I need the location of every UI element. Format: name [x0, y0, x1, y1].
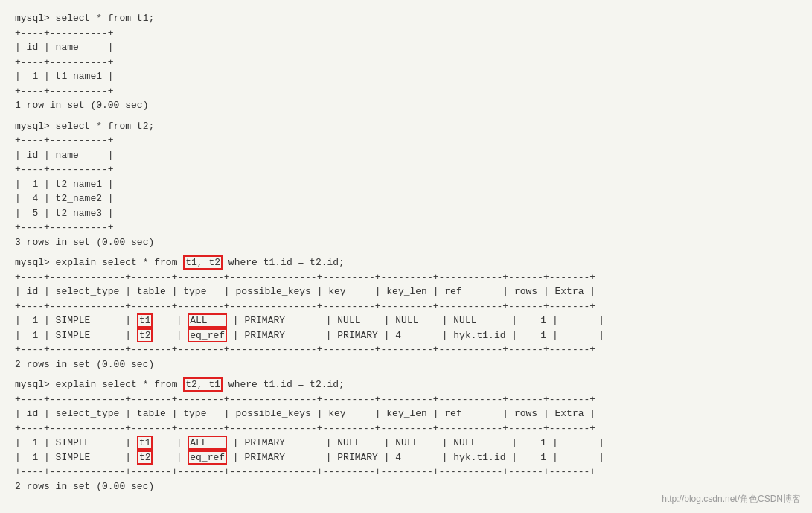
block3-footer: 2 rows in set (0.00 sec): [15, 357, 797, 372]
block2-output: +----+----------+ | id | name | +----+--…: [15, 133, 797, 249]
block3-table-highlight: t1, t2: [183, 255, 223, 270]
block3-command-suffix: where t1.id = t2.id;: [223, 257, 345, 268]
block3-separator1: +----+-------------+-------+--------+---…: [15, 270, 797, 285]
block3-row2: | 1 | SIMPLE | t2 | eq_ref | PRIMARY | P…: [15, 328, 797, 343]
block2: mysql> select * from t2; +----+---------…: [15, 119, 797, 250]
block4-header: | id | select_type | table | type | poss…: [15, 407, 797, 421]
block1-command: mysql> select * from t1;: [15, 11, 797, 26]
block4-row2-type: eq_ref: [188, 450, 227, 465]
block3-command-prefix: mysql> explain select * from: [15, 257, 183, 268]
block1-output: +----+----------+ | id | name | +----+--…: [15, 26, 797, 113]
block4-row2-table: t2: [137, 450, 153, 465]
block4-command: mysql> explain select * from t2, t1 wher…: [15, 377, 797, 392]
block3-separator3: +----+-------------+-------+--------+---…: [15, 342, 797, 357]
watermark: http://blog.csdn.net/角色CSDN博客: [662, 493, 801, 506]
block4-table-highlight: t2, t1: [183, 377, 223, 392]
block3-command: mysql> explain select * from t1, t2 wher…: [15, 255, 797, 270]
block3: mysql> explain select * from t1, t2 wher…: [15, 255, 797, 372]
block4-row1-table: t1: [137, 436, 153, 450]
block3-header: | id | select_type | table | type | poss…: [15, 284, 797, 299]
block4-footer: 2 rows in set (0.00 sec): [15, 479, 797, 494]
terminal: mysql> select * from t1; +----+---------…: [11, 7, 801, 503]
block4-separator1: +----+-------------+-------+--------+---…: [15, 392, 797, 407]
block3-row1: | 1 | SIMPLE | t1 | ALL | PRIMARY | NULL…: [15, 313, 797, 328]
block3-row1-table: t1: [137, 313, 153, 328]
block2-command: mysql> select * from t2;: [15, 119, 797, 134]
block4-command-suffix: where t1.id = t2.id;: [223, 379, 345, 390]
block3-separator2: +----+-------------+-------+--------+---…: [15, 299, 797, 314]
block1: mysql> select * from t1; +----+---------…: [15, 11, 797, 113]
block4-row1: | 1 | SIMPLE | t1 | ALL | PRIMARY | NULL…: [15, 436, 797, 450]
block4-separator3: +----+-------------+-------+--------+---…: [15, 465, 797, 479]
block4-command-prefix: mysql> explain select * from: [15, 379, 183, 390]
block4-row1-type: ALL: [188, 436, 227, 450]
block4: mysql> explain select * from t2, t1 wher…: [15, 377, 797, 494]
block3-row2-table: t2: [137, 328, 153, 342]
block3-row2-type: eq_ref: [188, 328, 227, 342]
block4-row2: | 1 | SIMPLE | t2 | eq_ref | PRIMARY | P…: [15, 450, 797, 465]
block4-separator2: +----+-------------+-------+--------+---…: [15, 421, 797, 436]
block3-row1-type: ALL: [188, 313, 227, 328]
